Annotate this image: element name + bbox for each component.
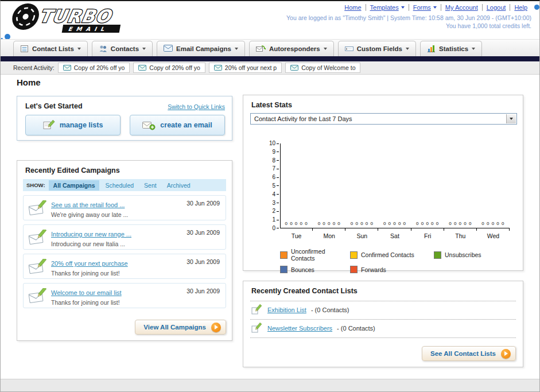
create-email-button[interactable]: create an email bbox=[130, 115, 225, 135]
campaign-link[interactable]: Welcome to our email list bbox=[51, 289, 122, 296]
chart-day-values: 0 0 0 0 0 bbox=[280, 221, 313, 226]
link-label: Forms bbox=[413, 4, 431, 11]
recently-created-contact-lists-panel: Recently Created Contact Lists Exhibitio… bbox=[243, 281, 523, 367]
turbo-email-dashboard: TURBO EMAIL Home Templates Forms My Acco… bbox=[0, 0, 540, 392]
turbo-email-logo[interactable]: TURBO EMAIL bbox=[4, 2, 147, 36]
contact-list-item: Newsletter Subscribers - (0 Contacts) bbox=[251, 323, 375, 334]
email-campaigns-icon bbox=[164, 45, 173, 53]
activity-item-label: Copy of 20% off yo bbox=[149, 64, 200, 71]
get-started-panel: Let's Get Started Switch to Quick Links … bbox=[17, 96, 232, 141]
statistics-icon bbox=[427, 44, 436, 54]
filter-scheduled[interactable]: Scheduled bbox=[100, 180, 138, 191]
view-all-campaigns-button[interactable]: View All Campaigns bbox=[135, 320, 226, 335]
see-all-contact-lists-button[interactable]: See All Contact Lists bbox=[422, 346, 516, 361]
recent-activity-bar: Recent Activity: Copy of 20% off yo Copy… bbox=[1, 61, 540, 75]
recent-activity-item[interactable]: Copy of 20% off yo bbox=[58, 63, 130, 73]
y-tick: 6 bbox=[272, 174, 279, 181]
chart-y-axis: 10 9 8 7 6 5 4 3 2 1 0 bbox=[263, 140, 279, 232]
y-tick: 5 bbox=[272, 183, 279, 189]
filter-sent[interactable]: Sent bbox=[139, 180, 161, 191]
chevron-down-icon bbox=[406, 48, 409, 50]
nav-tab-statistics[interactable]: Statistics bbox=[420, 41, 482, 56]
recent-activity-item[interactable]: Copy of 20% off yo bbox=[133, 63, 205, 73]
contacts-icon bbox=[99, 44, 107, 54]
x-label: Sat bbox=[378, 232, 411, 239]
link-label: Templates bbox=[370, 4, 399, 11]
contact-list-link[interactable]: Exhibition List bbox=[267, 306, 306, 313]
envelope-icon bbox=[63, 65, 71, 71]
legend-bounces: Bounces bbox=[280, 266, 350, 273]
link-label: Logout bbox=[487, 4, 506, 11]
nav-tab-email-campaigns[interactable]: Email Campaigns bbox=[157, 41, 245, 56]
switch-quick-links-link[interactable]: Switch to Quick Links bbox=[168, 103, 225, 110]
campaign-subtitle: Thanks for joining our list! bbox=[51, 299, 221, 306]
envelope-icon bbox=[138, 65, 146, 71]
header-link-logout[interactable]: Logout bbox=[482, 4, 510, 11]
nav-tab-contacts[interactable]: Contacts bbox=[92, 41, 153, 56]
pencil-card-icon bbox=[251, 323, 263, 334]
filter-all-campaigns[interactable]: All Campaigns bbox=[49, 180, 100, 191]
envelope-pencil-icon bbox=[28, 288, 48, 306]
credits-info: You have 1,000 total credits left. bbox=[446, 22, 531, 29]
recent-activity-label: Recent Activity: bbox=[13, 64, 55, 71]
legend-swatch bbox=[280, 251, 288, 259]
campaign-list-item: See us at the retail food ... We're givi… bbox=[23, 195, 226, 220]
campaign-date: 30 Jun 2009 bbox=[187, 288, 220, 294]
header-link-home[interactable]: Home bbox=[340, 4, 365, 11]
contact-list-link[interactable]: Newsletter Subscribers bbox=[267, 325, 332, 332]
contact-lists-title: Recently Created Contact Lists bbox=[251, 287, 358, 295]
nav-tab-custom-fields[interactable]: Custom Fields bbox=[338, 41, 416, 56]
campaign-date: 30 Jun 2009 bbox=[187, 258, 220, 265]
legend-swatch bbox=[280, 266, 288, 273]
manage-lists-button[interactable]: manage lists bbox=[25, 115, 121, 135]
dotted-divider bbox=[250, 337, 516, 338]
nav-tab-label: Contact Lists bbox=[32, 45, 74, 52]
chart-x-ticks bbox=[280, 228, 510, 231]
campaign-list: See us at the retail food ... We're givi… bbox=[23, 195, 226, 312]
header-link-forms[interactable]: Forms bbox=[409, 4, 441, 11]
campaign-subtitle: We're giving away our late ... bbox=[51, 211, 221, 218]
custom-fields-icon bbox=[345, 45, 353, 53]
legend-label: Confirmed Contacts bbox=[361, 251, 414, 258]
activity-item-label: 20% off your next p bbox=[225, 64, 277, 71]
pencil-pad-icon bbox=[43, 120, 55, 131]
x-label: Tue bbox=[280, 232, 313, 239]
chart-legend: Unconfirmed Contacts Confirmed Contacts … bbox=[280, 248, 515, 277]
y-tick: 9 bbox=[272, 149, 279, 156]
nav-tab-label: Contacts bbox=[111, 45, 139, 52]
contact-list-item: Exhibition List - (0 Contacts) bbox=[251, 304, 349, 316]
campaign-list-item: 20% off your next purchase Thanks for jo… bbox=[23, 254, 226, 279]
latest-stats-title: Latest Stats bbox=[251, 101, 292, 109]
y-tick: 0 bbox=[272, 225, 279, 232]
header-link-templates[interactable]: Templates bbox=[366, 4, 409, 11]
campaign-link[interactable]: 20% off your next purchase bbox=[51, 260, 128, 267]
arrow-right-icon bbox=[501, 349, 511, 359]
y-tick: 10 bbox=[269, 140, 279, 147]
dotted-divider bbox=[250, 301, 516, 301]
campaign-link[interactable]: Introducing our new range ... bbox=[51, 231, 131, 238]
login-info: You are logged in as "Timothy Smith" | S… bbox=[286, 14, 531, 21]
nav-tab-label: Statistics bbox=[439, 45, 468, 52]
see-all-contact-lists-label: See All Contact Lists bbox=[430, 350, 496, 357]
header-link-my-account[interactable]: My Account bbox=[441, 4, 482, 11]
legend-confirmed-contacts: Confirmed Contacts bbox=[350, 248, 434, 262]
link-label: My Account bbox=[445, 4, 478, 11]
header-links: Home Templates Forms My Account Logout H… bbox=[340, 4, 531, 11]
filter-archived[interactable]: Archived bbox=[162, 180, 195, 191]
show-label: SHOW: bbox=[26, 182, 45, 188]
nav-tab-autoresponders[interactable]: Autoresponders bbox=[249, 41, 334, 56]
y-tick: 7 bbox=[272, 165, 279, 172]
stats-period-select[interactable]: Contact Activity for the Last 7 Days bbox=[250, 113, 517, 125]
campaign-link[interactable]: See us at the retail food ... bbox=[51, 201, 125, 208]
activity-item-label: Copy of Welcome to bbox=[301, 64, 355, 71]
recent-activity-item[interactable]: Copy of Welcome to bbox=[285, 63, 360, 73]
recent-activity-item[interactable]: 20% off your next p bbox=[209, 63, 282, 73]
chart-day-values: 0 0 0 0 0 bbox=[345, 221, 378, 226]
y-tick: 4 bbox=[272, 191, 279, 198]
chevron-down-icon bbox=[472, 48, 475, 50]
nav-tab-contact-lists[interactable]: Contact Lists bbox=[13, 41, 88, 56]
autoresponders-icon bbox=[256, 44, 266, 54]
contact-list-count: - (0 Contacts) bbox=[337, 325, 375, 332]
chart-x-labels: Tue Mon Sun Sat Fri Thu Wed bbox=[280, 232, 510, 239]
header-link-help[interactable]: Help bbox=[510, 4, 531, 11]
